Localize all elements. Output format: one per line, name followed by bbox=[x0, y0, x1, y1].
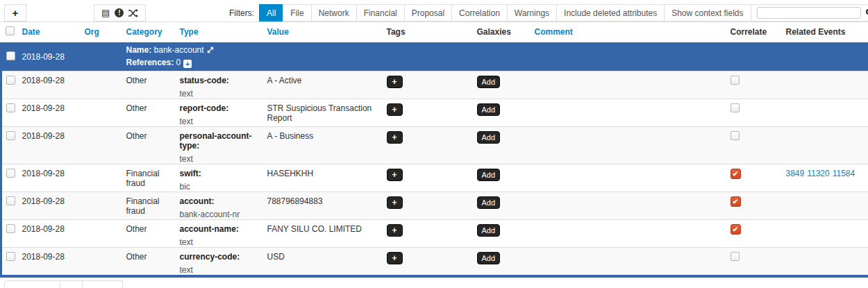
add-galaxy-button[interactable]: Add bbox=[477, 169, 501, 181]
add-tag-button[interactable]: + bbox=[387, 224, 403, 237]
add-tag-button[interactable]: + bbox=[387, 131, 403, 144]
correlate-checkbox[interactable]: ✔ bbox=[731, 169, 741, 179]
row-checkbox[interactable] bbox=[6, 196, 15, 205]
attribute-org bbox=[81, 127, 122, 164]
attribute-comment bbox=[531, 220, 726, 248]
pagination-current-page[interactable]: 1 bbox=[60, 280, 83, 288]
add-galaxy-button[interactable]: Add bbox=[477, 252, 501, 264]
pagination: « previous 1 next » bbox=[4, 280, 123, 288]
related-events-cell bbox=[782, 127, 868, 164]
column-header-related-events: Related Events bbox=[782, 22, 868, 42]
add-reference-icon[interactable]: + bbox=[183, 60, 192, 68]
related-event-link[interactable]: 3849 bbox=[786, 169, 805, 178]
row-checkbox[interactable] bbox=[6, 51, 15, 60]
attribute-type: account-name: bbox=[180, 224, 263, 234]
filters-bar: Filters: AllFileNetworkFinancialProposal… bbox=[229, 4, 868, 22]
add-galaxy-button[interactable]: Add bbox=[477, 76, 501, 88]
row-checkbox[interactable] bbox=[6, 103, 15, 112]
related-event-link[interactable]: 11320 bbox=[807, 169, 829, 178]
add-galaxy-button[interactable]: Add bbox=[477, 131, 501, 144]
correlate-checkbox[interactable] bbox=[731, 103, 740, 112]
attribute-value: A - Active bbox=[263, 71, 383, 99]
add-galaxy-button[interactable]: Add bbox=[477, 103, 501, 116]
related-events-cell bbox=[782, 248, 868, 277]
correlate-checkbox[interactable]: ✔ bbox=[731, 224, 741, 235]
attribute-date: 2018-09-28 bbox=[18, 127, 81, 164]
filter-tab-proposal[interactable]: Proposal bbox=[404, 4, 452, 22]
add-galaxy-button[interactable]: Add bbox=[477, 224, 501, 237]
add-tag-button[interactable]: + bbox=[387, 252, 403, 264]
attribute-type-sub: text bbox=[180, 237, 263, 247]
add-attribute-button[interactable]: + bbox=[4, 4, 26, 22]
attribute-type: report-code: bbox=[180, 103, 263, 113]
column-header-type[interactable]: Type bbox=[176, 22, 263, 42]
attribute-row: 2018-09-28 Other status-code: text A - A… bbox=[1, 71, 868, 99]
attribute-type-sub: bic bbox=[180, 182, 263, 192]
attribute-comment bbox=[531, 71, 726, 99]
row-checkbox[interactable] bbox=[6, 224, 15, 233]
row-checkbox[interactable] bbox=[6, 131, 15, 140]
column-header-value[interactable]: Value bbox=[263, 22, 383, 42]
column-header-category[interactable]: Category bbox=[122, 22, 176, 42]
attribute-row: 2018-09-28 Other personal-account-type: … bbox=[1, 127, 868, 164]
correlate-checkbox[interactable] bbox=[731, 252, 740, 261]
row-checkbox[interactable] bbox=[6, 76, 15, 85]
add-tag-button[interactable]: + bbox=[387, 76, 403, 88]
filter-tab-correlation[interactable]: Correlation bbox=[451, 4, 508, 22]
correlate-checkbox[interactable] bbox=[731, 131, 740, 140]
toolbar-icon-group: ▤ ! bbox=[94, 4, 146, 22]
filter-tab-show-context-fields[interactable]: Show context fields bbox=[664, 4, 751, 22]
object-expand-icon[interactable] bbox=[207, 45, 214, 57]
attribute-type: account: bbox=[180, 196, 263, 206]
list-view-icon[interactable]: ▤ bbox=[101, 8, 110, 17]
filter-tab-file[interactable]: File bbox=[283, 4, 311, 22]
filter-tab-network[interactable]: Network bbox=[311, 4, 357, 22]
attribute-date: 2018-09-28 bbox=[18, 248, 81, 277]
filter-tab-financial[interactable]: Financial bbox=[356, 4, 405, 22]
attribute-comment bbox=[531, 127, 726, 164]
attribute-date: 2018-09-28 bbox=[18, 71, 81, 99]
pagination-next[interactable]: next » bbox=[82, 280, 123, 288]
add-tag-button[interactable]: + bbox=[387, 196, 403, 209]
attribute-comment bbox=[531, 99, 726, 127]
search-cell bbox=[751, 4, 868, 22]
attribute-type: status-code: bbox=[180, 76, 263, 85]
attribute-category: Other bbox=[122, 71, 176, 99]
filter-tab-include-deleted-attributes[interactable]: Include deleted attributes bbox=[556, 4, 665, 22]
search-icon[interactable] bbox=[865, 8, 868, 18]
filter-tab-all[interactable]: All bbox=[259, 4, 283, 22]
related-event-link[interactable]: 11584 bbox=[833, 169, 855, 178]
column-header-comment[interactable]: Comment bbox=[531, 22, 726, 42]
object-date: 2018-09-28 bbox=[18, 42, 81, 71]
select-all-checkbox[interactable] bbox=[6, 26, 15, 35]
attribute-type: currency-code: bbox=[180, 252, 263, 262]
related-events-cell bbox=[782, 99, 868, 127]
filter-tabs: AllFileNetworkFinancialProposalCorrelati… bbox=[260, 4, 751, 22]
row-checkbox[interactable] bbox=[6, 169, 15, 178]
related-events-cell bbox=[782, 220, 868, 248]
row-checkbox[interactable] bbox=[6, 252, 15, 261]
add-tag-button[interactable]: + bbox=[387, 169, 403, 181]
attribute-comment bbox=[531, 248, 726, 277]
attribute-date: 2018-09-28 bbox=[18, 192, 81, 220]
add-galaxy-button[interactable]: Add bbox=[477, 196, 501, 209]
attribute-value: USD bbox=[263, 248, 383, 277]
correlate-checkbox[interactable]: ✔ bbox=[731, 196, 741, 207]
shuffle-icon[interactable] bbox=[128, 9, 138, 17]
attribute-type-sub: text bbox=[180, 89, 263, 99]
column-header-date[interactable]: Date bbox=[18, 22, 81, 42]
filter-tab-warnings[interactable]: Warnings bbox=[507, 4, 557, 22]
attribute-type-sub: text bbox=[180, 265, 263, 275]
attribute-org bbox=[81, 220, 122, 248]
attribute-category: Other bbox=[122, 220, 176, 248]
related-events-cell bbox=[782, 71, 868, 99]
add-tag-button[interactable]: + bbox=[387, 103, 403, 116]
pagination-previous[interactable]: « previous bbox=[4, 280, 60, 288]
attribute-date: 2018-09-28 bbox=[18, 220, 81, 248]
search-input[interactable] bbox=[757, 7, 861, 19]
correlate-checkbox[interactable] bbox=[731, 76, 740, 85]
warning-exclamation-icon[interactable]: ! bbox=[115, 8, 124, 17]
attribute-type-sub: text bbox=[180, 117, 263, 126]
column-header-org[interactable]: Org bbox=[81, 22, 122, 42]
attributes-table: Date Org Category Type Value Tags Galaxi… bbox=[0, 22, 868, 278]
